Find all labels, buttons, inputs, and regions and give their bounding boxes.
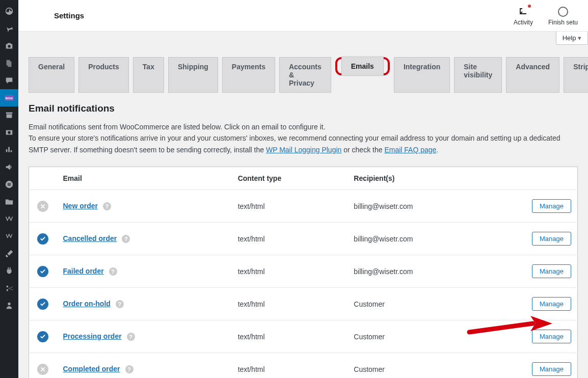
- status-enabled-icon: [37, 299, 48, 310]
- users-icon[interactable]: [0, 297, 18, 314]
- help-icon[interactable]: ?: [103, 202, 111, 210]
- w1-icon[interactable]: [0, 210, 18, 228]
- status-disabled-icon: [37, 364, 48, 375]
- dashboard-icon[interactable]: [0, 3, 18, 20]
- cell-recipient: billing@wisetr.com: [348, 223, 496, 255]
- help-icon[interactable]: ?: [125, 365, 133, 373]
- tab-integration[interactable]: Integration: [394, 57, 450, 93]
- cell-content-type: text/html: [232, 320, 348, 353]
- table-row: New order?text/htmlbilling@wisetr.comMan…: [29, 190, 578, 223]
- tab-accounts-privacy[interactable]: Accounts & Privacy: [279, 57, 331, 93]
- cell-recipient: Customer: [348, 353, 496, 378]
- settings-tabs: General Products Tax Shipping Payments A…: [29, 57, 578, 93]
- cell-recipient: Customer: [348, 320, 496, 353]
- folder-icon[interactable]: [0, 193, 18, 210]
- camera-icon[interactable]: [0, 37, 18, 55]
- progress-ring-icon: [558, 7, 568, 17]
- email-name-link[interactable]: Failed order: [63, 267, 104, 275]
- money-icon[interactable]: $: [0, 124, 18, 141]
- manage-button[interactable]: Manage: [532, 199, 571, 213]
- table-row: Processing order?text/htmlCustomerManage: [29, 320, 578, 353]
- intro-line-2b: or check the: [341, 146, 384, 154]
- woo-icon[interactable]: woo: [0, 89, 18, 106]
- tab-payments[interactable]: Payments: [222, 57, 275, 93]
- activity-label: Activity: [514, 19, 533, 26]
- email-name-link[interactable]: Completed order: [63, 365, 120, 373]
- activity-button[interactable]: Activity: [514, 6, 533, 26]
- email-name-link[interactable]: Processing order: [63, 332, 122, 340]
- megaphone-icon[interactable]: [0, 158, 18, 176]
- tab-stripe[interactable]: Stripe: [564, 57, 588, 93]
- tab-site-visibility[interactable]: Site visibility: [454, 57, 502, 93]
- help-icon[interactable]: ?: [122, 235, 130, 243]
- w2-icon[interactable]: [0, 228, 18, 245]
- section-description: Email notifications sent from WooCommerc…: [29, 121, 578, 155]
- status-disabled-icon: [37, 201, 48, 212]
- brush-icon[interactable]: [0, 245, 18, 262]
- manage-button[interactable]: Manage: [532, 330, 571, 343]
- pages-icon[interactable]: [0, 55, 18, 72]
- stats-icon[interactable]: [0, 141, 18, 158]
- cell-content-type: text/html: [232, 288, 348, 320]
- manage-button[interactable]: Manage: [532, 232, 571, 246]
- status-enabled-icon: [37, 266, 48, 277]
- tab-products[interactable]: Products: [78, 57, 129, 93]
- finish-label: Finish setu: [548, 19, 578, 26]
- manage-button[interactable]: Manage: [532, 362, 571, 376]
- manage-button[interactable]: Manage: [532, 264, 571, 278]
- comments-icon[interactable]: [0, 72, 18, 89]
- table-row: Failed order?text/htmlbilling@wisetr.com…: [29, 255, 578, 288]
- svg-rect-2: [520, 8, 521, 9]
- th-content-type: Content type: [232, 167, 348, 190]
- top-bar: Settings Activity Finish setu: [18, 0, 588, 32]
- th-recipients: Recipient(s): [348, 167, 496, 190]
- cell-content-type: text/html: [232, 190, 348, 223]
- archive-icon[interactable]: [0, 106, 18, 124]
- status-enabled-icon: [37, 331, 48, 342]
- cell-content-type: text/html: [232, 353, 348, 378]
- table-row: Completed order?text/htmlCustomerManage: [29, 353, 578, 378]
- emails-table: Email Content type Recipient(s) New orde…: [29, 167, 578, 378]
- highlight-box-icon: Emails: [335, 57, 390, 75]
- cell-recipient: billing@wisetr.com: [348, 190, 496, 223]
- email-name-link[interactable]: Order on-hold: [63, 300, 111, 308]
- scissors-icon[interactable]: [0, 280, 18, 297]
- help-tab[interactable]: Help: [556, 32, 588, 45]
- table-row: Order on-hold?text/htmlCustomerManage: [29, 288, 578, 320]
- tab-emails[interactable]: Emails: [335, 57, 390, 93]
- status-enabled-icon: [37, 233, 48, 245]
- pin-icon[interactable]: [0, 20, 18, 37]
- elementor-icon[interactable]: [0, 176, 18, 193]
- cell-content-type: text/html: [232, 223, 348, 255]
- table-row: Cancelled order?text/htmlbilling@wisetr.…: [29, 223, 578, 255]
- cell-content-type: text/html: [232, 255, 348, 288]
- intro-line-1: Email notifications sent from WooCommerc…: [29, 121, 578, 132]
- tab-tax[interactable]: Tax: [133, 57, 164, 93]
- page-title: Settings: [29, 11, 84, 20]
- link-wp-mail-logging[interactable]: WP Mail Logging Plugin: [266, 146, 341, 154]
- cell-recipient: Customer: [348, 288, 496, 320]
- svg-text:$: $: [8, 130, 10, 135]
- intro-line-2c: .: [436, 146, 438, 154]
- help-icon[interactable]: ?: [116, 300, 124, 308]
- email-name-link[interactable]: New order: [63, 202, 98, 210]
- cell-recipient: billing@wisetr.com: [348, 255, 496, 288]
- tab-shipping[interactable]: Shipping: [168, 57, 218, 93]
- tab-advanced[interactable]: Advanced: [506, 57, 559, 93]
- help-icon[interactable]: ?: [109, 267, 117, 276]
- woo-badge-icon: woo: [5, 95, 14, 101]
- admin-sidebar: woo $: [0, 0, 18, 378]
- email-name-link[interactable]: Cancelled order: [63, 234, 117, 242]
- link-email-faq[interactable]: Email FAQ page: [384, 146, 436, 154]
- th-actions: [496, 167, 578, 190]
- plugins-icon[interactable]: [0, 262, 18, 280]
- section-heading: Email notifications: [29, 103, 578, 114]
- tab-general[interactable]: General: [29, 57, 74, 93]
- manage-button[interactable]: Manage: [532, 297, 571, 311]
- th-email: Email: [57, 167, 232, 190]
- notification-dot-icon: [528, 5, 531, 8]
- help-icon[interactable]: ?: [127, 333, 135, 341]
- th-status: [29, 167, 57, 190]
- finish-setup-button[interactable]: Finish setu: [548, 6, 578, 26]
